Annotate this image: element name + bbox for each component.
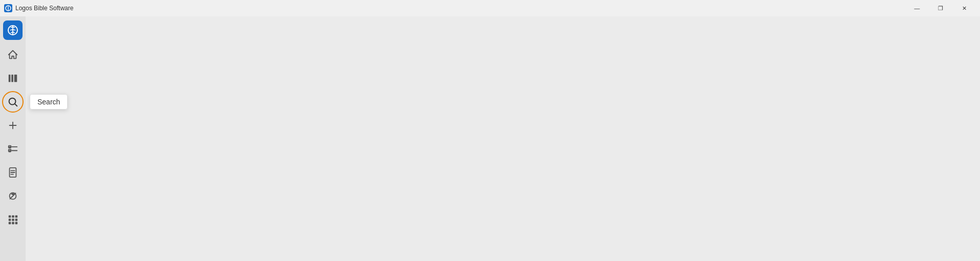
main-area: Search bbox=[0, 16, 980, 261]
svg-rect-5 bbox=[9, 75, 11, 82]
home-icon bbox=[7, 49, 18, 60]
logos-icon bbox=[7, 24, 19, 36]
document-icon bbox=[7, 167, 18, 178]
svg-rect-28 bbox=[9, 222, 11, 225]
svg-rect-29 bbox=[12, 222, 14, 225]
sidebar-item-notes[interactable] bbox=[2, 115, 24, 136]
app-icon bbox=[4, 4, 12, 12]
notes-icon bbox=[7, 120, 18, 131]
svg-rect-24 bbox=[15, 215, 18, 218]
svg-rect-6 bbox=[11, 75, 13, 82]
close-button[interactable]: ✕ bbox=[952, 0, 976, 16]
library-icon bbox=[7, 73, 18, 84]
sidebar-item-grid[interactable] bbox=[2, 209, 24, 230]
svg-rect-25 bbox=[9, 219, 11, 221]
svg-rect-23 bbox=[12, 215, 14, 218]
sidebar-item-library[interactable] bbox=[2, 68, 24, 89]
svg-rect-26 bbox=[12, 219, 14, 221]
restore-button[interactable]: ❐ bbox=[929, 0, 952, 16]
app-title: Logos Bible Software bbox=[15, 5, 73, 12]
checklist-icon bbox=[7, 143, 18, 155]
sidebar: Search bbox=[0, 16, 26, 261]
sidebar-item-logo[interactable] bbox=[3, 20, 23, 40]
grid-icon bbox=[7, 214, 18, 225]
title-bar: Logos Bible Software — ❐ ✕ bbox=[0, 0, 980, 16]
search-icon bbox=[7, 96, 18, 107]
svg-rect-27 bbox=[15, 219, 18, 221]
svg-line-9 bbox=[15, 104, 17, 106]
svg-rect-22 bbox=[9, 215, 11, 218]
sidebar-item-search[interactable]: Search bbox=[2, 91, 24, 113]
window-controls: — ❐ ✕ bbox=[905, 0, 976, 16]
title-bar-left: Logos Bible Software bbox=[4, 4, 73, 12]
sidebar-item-home[interactable] bbox=[2, 44, 24, 66]
svg-rect-30 bbox=[15, 222, 18, 225]
content-area bbox=[26, 16, 980, 261]
sidebar-item-clippings[interactable] bbox=[2, 185, 24, 207]
sidebar-item-document[interactable] bbox=[2, 162, 24, 183]
minimize-button[interactable]: — bbox=[905, 0, 929, 16]
clippings-icon bbox=[7, 190, 18, 202]
svg-rect-7 bbox=[14, 75, 17, 82]
sidebar-item-checklist[interactable] bbox=[2, 138, 24, 160]
